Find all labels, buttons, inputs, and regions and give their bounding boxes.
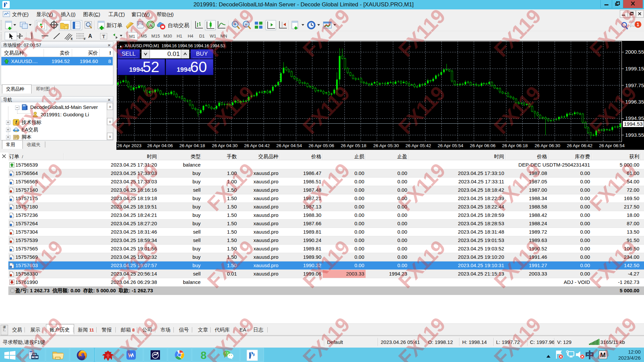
svg-text:+: + xyxy=(234,21,237,27)
svg-text:T: T xyxy=(102,34,105,39)
svg-text:中: 中 xyxy=(586,350,594,360)
svg-text:E: E xyxy=(71,37,73,40)
svg-text:8: 8 xyxy=(201,350,207,360)
svg-text:−: − xyxy=(245,21,248,27)
svg-text:F: F xyxy=(84,37,86,40)
svg-text:1: 1 xyxy=(637,22,639,27)
